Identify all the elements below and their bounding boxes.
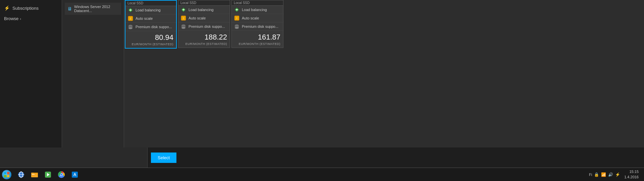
action-area: Select (148, 147, 644, 168)
taskbar-app-media[interactable] (42, 168, 54, 181)
card-3-feature-as: ↕ Auto scale (232, 14, 283, 22)
svg-rect-27 (7, 175, 9, 177)
select-button[interactable]: Select (151, 153, 176, 163)
premium-disk-icon-3 (234, 23, 240, 29)
card-1-feature-pd: Premium disk suppo... (125, 23, 176, 31)
card-1-feature-lb: Load balancing (125, 6, 176, 14)
svg-text:↕: ↕ (183, 16, 184, 20)
taskbar-start-button[interactable] (0, 168, 13, 181)
taskbar: A Fi 🔒 📶 🔊 ⚡ 15:15 1.4.2016 (0, 168, 644, 181)
subscriptions-label: Subscriptions (12, 6, 39, 11)
card-2-header: Local SSD (178, 0, 230, 6)
load-balancing-icon-2 (180, 7, 186, 13)
card-3-as-label: Auto scale (242, 16, 259, 20)
card-2-price: 188.22 (178, 31, 230, 42)
card-1-price-unit: EUR/MONTH (ESTIMATED) (125, 43, 176, 48)
svg-point-15 (181, 27, 185, 29)
auto-scale-icon: ↕ (127, 15, 133, 21)
svg-point-7 (128, 27, 132, 29)
browse-label: Browse (4, 16, 18, 21)
server-icon: 🖥 (67, 6, 72, 11)
card-3-header: Local SSD (232, 0, 283, 6)
auto-scale-icon-2: ↕ (180, 15, 186, 21)
load-balancing-icon-3 (234, 7, 240, 13)
pricing-card-3[interactable]: Local SSD Load balancing (231, 0, 283, 48)
card-1-feature-as: ↕ Auto scale (125, 14, 176, 23)
card-2-lb-label: Load balancing (189, 8, 214, 12)
svg-text:A: A (73, 172, 76, 177)
server-item[interactable]: 🖥 Windows Server 2012 Datacent... (65, 3, 121, 15)
main-content: Local SSD Load balancing (124, 0, 384, 147)
lang-indicator: Fi (589, 173, 592, 177)
taskbar-apps: A (13, 168, 83, 181)
premium-disk-icon (127, 24, 133, 30)
tray-icon-4: ⚡ (615, 172, 620, 177)
card-2-feature-as: ↕ Auto scale (178, 14, 230, 22)
premium-disk-icon-2 (180, 23, 186, 29)
pricing-card-2[interactable]: Local SSD Load balancing (178, 0, 230, 48)
svg-point-39 (60, 174, 62, 176)
tray-icon-3: 🔊 (608, 172, 613, 177)
svg-rect-25 (7, 172, 9, 174)
card-2-pd-label: Premium disk suppo... (189, 24, 225, 28)
taskbar-app-chrome[interactable] (55, 168, 68, 181)
load-balancing-icon (127, 7, 133, 13)
pricing-card-1[interactable]: Local SSD Load balancing (125, 0, 177, 49)
tray-icon-1: 🔒 (594, 172, 599, 177)
card-1-price: 80.94 (125, 31, 176, 43)
svg-point-23 (235, 27, 239, 29)
sidebar-item-subscriptions[interactable]: ⚡ Subscriptions (0, 3, 62, 13)
taskbar-clock: 15:15 1.4.2016 (622, 169, 641, 180)
browse-arrow-icon: › (20, 17, 21, 21)
right-area (384, 0, 644, 147)
svg-rect-26 (4, 175, 6, 177)
card-3-feature-lb: Load balancing (232, 6, 283, 14)
svg-text:↕: ↕ (130, 17, 131, 20)
server-item-label: Windows Server 2012 Datacent... (74, 5, 118, 13)
tray-icons: Fi 🔒 📶 🔊 ⚡ (589, 172, 620, 177)
auto-scale-icon-3: ↕ (234, 15, 240, 21)
subscriptions-icon: ⚡ (4, 5, 10, 11)
clock-time: 15:15 (624, 169, 639, 174)
svg-rect-33 (31, 173, 38, 177)
card-1-as-label: Auto scale (136, 16, 153, 20)
taskbar-app-explorer[interactable] (28, 168, 41, 181)
svg-text:↕: ↕ (236, 16, 238, 20)
card-2-feature-lb: Load balancing (178, 6, 230, 14)
card-3-lb-label: Load balancing (242, 8, 267, 12)
taskbar-app-ie[interactable] (15, 168, 28, 181)
card-3-pd-label: Premium disk suppo... (242, 24, 278, 28)
card-2-price-unit: EUR/MONTH (ESTIMATED) (178, 42, 230, 48)
left-spacer (0, 147, 148, 168)
content-lower: Select (0, 147, 644, 168)
main-container: ⚡ Subscriptions Browse › 🖥 Windows Serve… (0, 0, 644, 147)
sidebar: ⚡ Subscriptions Browse › (0, 0, 62, 147)
taskbar-app-azure[interactable]: A (68, 168, 81, 181)
svg-rect-24 (4, 172, 6, 174)
card-3-price: 161.87 (232, 31, 283, 42)
card-3-price-unit: EUR/MONTH (ESTIMATED) (232, 42, 283, 48)
card-2-feature-pd: Premium disk suppo... (178, 22, 230, 31)
clock-date: 1.4.2016 (624, 175, 639, 180)
card-3-feature-pd: Premium disk suppo... (232, 22, 283, 31)
windows-orb-icon (2, 170, 11, 179)
svg-rect-34 (32, 174, 35, 175)
card-1-pd-label: Premium disk suppo... (136, 25, 172, 29)
card-1-header: Local SSD (125, 1, 176, 6)
card-1-lb-label: Load balancing (136, 8, 161, 12)
cards-area: Local SSD Load balancing (124, 0, 384, 147)
sidebar-item-browse[interactable]: Browse › (0, 13, 62, 24)
card-2-as-label: Auto scale (189, 16, 206, 20)
tray-icon-2: 📶 (601, 172, 606, 177)
taskbar-tray: Fi 🔒 📶 🔊 ⚡ 15:15 1.4.2016 (586, 169, 644, 180)
left-panel: 🖥 Windows Server 2012 Datacent... (62, 0, 124, 147)
